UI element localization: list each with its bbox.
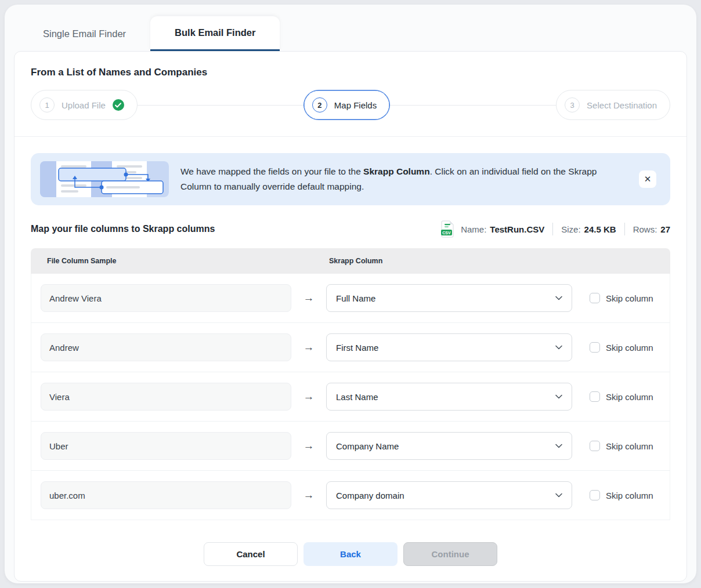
step-number: 3 [565, 97, 580, 112]
step-number: 1 [39, 97, 55, 112]
step-connector [138, 105, 303, 106]
skip-column-checkbox[interactable] [590, 441, 600, 451]
table-header: File Column Sample Skrapp Column [31, 248, 670, 274]
mapping-section-header: Map your file columns to Skrapp columns … [31, 220, 670, 238]
file-name-label: Name: [461, 224, 486, 234]
skip-column-label: Skip column [606, 392, 653, 402]
tab-bulk-email-finder[interactable]: Bulk Email Finder [150, 16, 280, 51]
skip-column-label: Skip column [606, 293, 653, 303]
skrapp-column-select[interactable]: Full Name [326, 284, 572, 312]
file-size-label: Size: [561, 224, 580, 234]
file-rows-label: Rows: [633, 224, 657, 234]
table-row: Andrew Viera → Full Name Skip column [31, 274, 670, 323]
file-size-value: 24.5 KB [584, 224, 616, 234]
file-info: CSV Name: TestRun.CSV Size: 24.5 KB Rows… [440, 220, 670, 238]
continue-button[interactable]: Continue [403, 542, 497, 566]
skrapp-column-select[interactable]: First Name [326, 333, 572, 361]
column-header-skrapp-column: Skrapp Column [329, 257, 382, 265]
file-column-sample-field[interactable]: Andrew Viera [41, 284, 291, 312]
skrapp-column-select[interactable]: Last Name [326, 383, 572, 411]
file-column-sample-field[interactable]: uber.com [41, 481, 291, 509]
skip-column-checkbox[interactable] [590, 342, 600, 353]
column-header-file-sample: File Column Sample [47, 257, 329, 265]
banner-message-bold: Skrapp Column [363, 166, 430, 176]
skip-column-label: Skip column [606, 491, 653, 500]
stepper: 1 Upload File 2 Map Fields 3 Select Dest… [31, 90, 670, 120]
banner-message-start: We have mapped the fields on your file t… [180, 166, 363, 176]
skip-column-group: Skip column [590, 391, 653, 402]
table-body: Andrew Viera → Full Name Skip column And… [31, 274, 670, 520]
file-column-sample-field[interactable]: Viera [41, 383, 291, 411]
tab-label: Bulk Email Finder [175, 27, 255, 38]
selected-option: Company Name [336, 441, 399, 451]
banner-message: We have mapped the fields on your file t… [180, 164, 627, 194]
field-mapping-illustration-icon [40, 161, 169, 197]
arrow-right-icon: → [291, 489, 326, 502]
skip-column-label: Skip column [606, 441, 653, 451]
chevron-down-icon [555, 444, 562, 448]
selected-option: Last Name [336, 392, 378, 402]
skip-column-checkbox[interactable] [590, 490, 600, 500]
step-label: Map Fields [334, 100, 377, 110]
mapping-table: File Column Sample Skrapp Column Andrew … [31, 248, 670, 520]
step-select-destination[interactable]: 3 Select Destination [556, 90, 670, 120]
file-rows-value: 27 [660, 224, 670, 234]
chevron-down-icon [555, 493, 562, 498]
selected-option: Full Name [336, 293, 375, 303]
skip-column-group: Skip column [590, 490, 653, 500]
check-icon [113, 99, 124, 111]
table-row: Andrew → First Name Skip column [31, 323, 670, 372]
arrow-right-icon: → [291, 292, 326, 304]
skip-column-group: Skip column [590, 441, 653, 451]
table-row: Viera → Last Name Skip column [31, 372, 670, 422]
selected-option: First Name [336, 343, 378, 353]
chevron-down-icon [555, 345, 562, 350]
csv-file-icon: CSV [440, 220, 455, 238]
footer-actions: Cancel Back Continue [31, 520, 670, 581]
tab-label: Single Email Finder [43, 28, 126, 39]
table-row: Uber → Company Name Skip column [31, 422, 670, 471]
divider [552, 223, 553, 235]
step-label: Upload File [62, 100, 106, 110]
skip-column-checkbox[interactable] [590, 391, 600, 402]
skip-column-group: Skip column [590, 342, 653, 353]
arrow-right-icon: → [291, 390, 326, 403]
bulk-email-finder-panel: From a List of Names and Companies 1 Upl… [14, 51, 687, 582]
page-title: From a List of Names and Companies [31, 67, 670, 78]
skrapp-column-select[interactable]: Company domain [326, 481, 572, 509]
step-number: 2 [312, 97, 327, 112]
svg-text:CSV: CSV [442, 231, 451, 235]
skrapp-column-select[interactable]: Company Name [326, 432, 572, 460]
panel-header: From a List of Names and Companies 1 Upl… [15, 52, 686, 137]
table-row: uber.com → Company domain Skip column [31, 471, 670, 520]
back-button[interactable]: Back [303, 542, 398, 566]
panel-content: We have mapped the fields on your file t… [15, 137, 686, 581]
arrow-right-icon: → [291, 341, 326, 354]
file-name-value: TestRun.CSV [490, 224, 544, 234]
cancel-button[interactable]: Cancel [204, 542, 298, 566]
arrow-right-icon: → [291, 440, 326, 452]
skip-column-checkbox[interactable] [590, 293, 600, 303]
step-upload-file[interactable]: 1 Upload File [31, 90, 138, 120]
chevron-down-icon [555, 394, 562, 399]
skip-column-label: Skip column [606, 343, 653, 353]
tab-single-email-finder[interactable]: Single Email Finder [19, 16, 150, 51]
step-map-fields[interactable]: 2 Map Fields [303, 90, 390, 120]
step-label: Select Destination [587, 100, 657, 110]
tab-strip: Single Email Finder Bulk Email Finder [5, 5, 696, 51]
close-icon[interactable]: ✕ [639, 170, 656, 188]
divider [624, 223, 625, 235]
file-column-sample-field[interactable]: Uber [41, 432, 291, 460]
mapping-heading: Map your file columns to Skrapp columns [31, 224, 215, 234]
app-card: Single Email Finder Bulk Email Finder Fr… [5, 5, 696, 583]
selected-option: Company domain [336, 491, 404, 500]
step-connector [390, 105, 556, 106]
file-column-sample-field[interactable]: Andrew [41, 333, 291, 361]
chevron-down-icon [555, 296, 562, 300]
mapping-info-banner: We have mapped the fields on your file t… [31, 153, 670, 205]
skip-column-group: Skip column [590, 293, 653, 303]
